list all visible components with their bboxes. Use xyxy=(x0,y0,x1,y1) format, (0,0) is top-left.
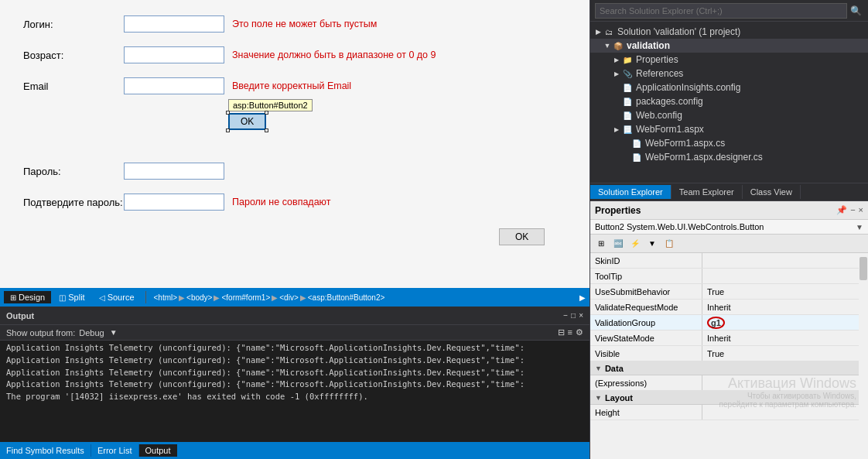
team-explorer-tab[interactable]: Team Explorer xyxy=(672,185,743,199)
design-tab[interactable]: ⊞ Design xyxy=(4,291,51,303)
props-filter-btn[interactable]: ▼ xyxy=(644,237,660,251)
login-input[interactable] xyxy=(124,15,224,33)
ok-selected-button[interactable]: OK xyxy=(228,113,266,130)
email-input[interactable] xyxy=(124,77,224,94)
status-bar: Find Symbol Results Error List Output xyxy=(0,442,589,459)
props-val-tooltip[interactable] xyxy=(702,269,868,283)
find-symbol-results-tab[interactable]: Find Symbol Results xyxy=(0,444,91,457)
source-tab[interactable]: ◁ Source xyxy=(93,291,141,303)
breadcrumb-form[interactable]: <form#form1> xyxy=(221,293,270,302)
props-pin-btn[interactable]: 📌 xyxy=(836,205,847,215)
se-search-input[interactable] xyxy=(595,3,847,19)
se-project-node[interactable]: ▼ 📦 validation xyxy=(590,39,868,53)
se-project-arrow: ▼ xyxy=(603,42,612,50)
se-refs-label: References xyxy=(636,68,683,79)
props-toolbar: ⊞ 🔤 ⚡ ▼ 📋 xyxy=(590,235,868,253)
properties-panel: Properties 📌 − × Button2 System.Web.UI.W… xyxy=(590,201,868,459)
tooltip-label: asp:Button#Button2 xyxy=(228,99,313,111)
password-row: Пароль: xyxy=(23,163,566,180)
se-node-webconfig[interactable]: 📄 Web.config xyxy=(590,108,868,122)
breadcrumb-button[interactable]: <asp:Button#Button2> xyxy=(308,293,385,302)
se-tabs: Solution Explorer Team Explorer Class Vi… xyxy=(590,183,868,201)
breadcrumb-html[interactable]: <html> xyxy=(154,293,178,302)
se-solution-node[interactable]: ▶ 🗂 Solution 'validation' (1 project) xyxy=(590,25,868,39)
props-row-validationgroup: ValidationGroup g1 xyxy=(590,315,868,331)
output-tab[interactable]: Output xyxy=(139,444,177,457)
output-toolbar: ⊟ ≡ ⚙ xyxy=(558,327,583,337)
props-val-validaterequestmode[interactable]: Inherit xyxy=(702,300,868,314)
props-section-layout[interactable]: ▼ Layout xyxy=(590,391,868,405)
props-val-height[interactable] xyxy=(702,405,868,420)
se-webform-label: WebForm1.aspx xyxy=(636,124,704,135)
split-tab[interactable]: ◫ Split xyxy=(53,291,91,303)
breadcrumb-nav-right[interactable]: ▶ xyxy=(579,293,586,302)
se-node-appinsights[interactable]: 📄 ApplicationInsights.config xyxy=(590,80,868,94)
design-tab-label: Design xyxy=(19,293,45,302)
props-sort-alpha-btn[interactable]: 🔤 xyxy=(610,237,626,251)
error-list-tab[interactable]: Error List xyxy=(91,444,139,457)
output-wrap-btn[interactable]: ≡ xyxy=(568,327,572,337)
output-header: Output − □ × xyxy=(0,307,589,325)
output-from-arrow[interactable]: ▼ xyxy=(110,328,118,337)
props-row-tooltip: ToolTip xyxy=(590,269,868,284)
password-input[interactable] xyxy=(124,163,224,180)
props-val-viewstatemode[interactable]: Inherit xyxy=(702,331,868,345)
breadcrumb-sep3: ▶ xyxy=(272,293,278,302)
props-row-usesubmit: UseSubmitBehavior True xyxy=(590,284,868,300)
output-close-btn[interactable]: × xyxy=(579,311,583,320)
props-val-validationgroup[interactable]: g1 xyxy=(702,315,868,330)
email-error: Введите корректный Email xyxy=(232,80,351,91)
se-toolbar: 🔍 xyxy=(590,0,868,22)
breadcrumb-body[interactable]: <body> xyxy=(186,293,212,302)
se-refs-arrow: ▶ xyxy=(612,70,621,77)
output-dock-btn[interactable]: □ xyxy=(571,311,576,320)
props-section-data-label: Data xyxy=(605,364,624,373)
se-node-properties[interactable]: ▶ 📁 Properties xyxy=(590,53,868,67)
se-solution-arrow: ▶ xyxy=(593,28,603,36)
props-row-height: Height xyxy=(590,405,868,420)
output-pin-btn[interactable]: − xyxy=(563,311,568,320)
se-webformdesigner-label: WebForm1.aspx.designer.cs xyxy=(645,152,763,163)
props-minimize-btn[interactable]: − xyxy=(850,205,855,215)
ok-bottom-button[interactable]: OK xyxy=(499,228,545,245)
props-type-arrow[interactable]: ▼ xyxy=(856,223,863,231)
props-val-usesubmit[interactable]: True xyxy=(702,284,868,299)
props-scrollbar[interactable] xyxy=(859,253,868,459)
output-settings-btn[interactable]: ⚙ xyxy=(576,327,583,337)
breadcrumb-sep1: ▶ xyxy=(179,293,185,302)
se-props-arrow: ▶ xyxy=(612,57,621,63)
props-row-expressions: (Expressions) xyxy=(590,375,868,391)
props-header: Properties 📌 − × xyxy=(590,201,868,220)
se-webform-arrow: ▶ xyxy=(612,126,621,133)
se-node-webformdesigner[interactable]: 📄 WebForm1.aspx.designer.cs xyxy=(590,150,868,164)
solution-explorer-tab[interactable]: Solution Explorer xyxy=(590,185,672,199)
output-content: Application Insights Telemetry (unconfig… xyxy=(0,341,589,442)
props-events-btn[interactable]: ⚡ xyxy=(627,237,643,251)
split-icon: ◫ xyxy=(59,293,66,302)
se-node-references[interactable]: ▶ 📎 References xyxy=(590,67,868,80)
se-node-webformcs[interactable]: 📄 WebForm1.aspx.cs xyxy=(590,136,868,150)
se-webconfig-icon: 📄 xyxy=(621,109,634,122)
props-val-visible[interactable]: True xyxy=(702,346,868,361)
se-search-icon[interactable]: 🔍 xyxy=(849,4,863,18)
se-props-label: Properties xyxy=(636,54,678,65)
class-view-tab[interactable]: Class View xyxy=(743,185,801,199)
se-node-webform[interactable]: ▶ 📃 WebForm1.aspx xyxy=(590,122,868,136)
props-key-viewstatemode: ViewStateMode xyxy=(590,331,702,345)
output-clear-btn[interactable]: ⊟ xyxy=(558,327,565,337)
output-line-1: Application Insights Telemetry (unconfig… xyxy=(6,342,583,355)
breadcrumb-div[interactable]: <div> xyxy=(279,293,298,302)
se-node-packages[interactable]: 📄 packages.config xyxy=(590,94,868,108)
props-sort-category-btn[interactable]: ⊞ xyxy=(593,237,609,251)
props-val-skinid[interactable] xyxy=(702,253,868,268)
age-input[interactable] xyxy=(124,46,224,63)
age-row: Возраст: Значение должно быть в диапазон… xyxy=(23,46,566,63)
props-section-data[interactable]: ▼ Data xyxy=(590,361,868,375)
props-pages-btn[interactable]: 📋 xyxy=(661,237,677,251)
confirm-label: Подтвердите пароль: xyxy=(23,197,124,208)
props-val-expressions[interactable] xyxy=(702,375,868,390)
source-tab-label: Source xyxy=(108,293,135,302)
login-label: Логин: xyxy=(23,19,124,30)
props-close-btn[interactable]: × xyxy=(859,205,863,215)
confirm-input[interactable] xyxy=(124,194,224,211)
